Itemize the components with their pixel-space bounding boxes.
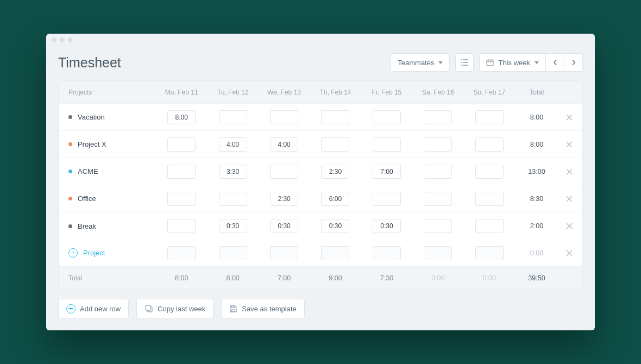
row-total: 8:00 [515, 141, 558, 148]
time-input[interactable] [219, 137, 247, 152]
copy-icon [144, 304, 153, 313]
footer-total-label: Total [61, 274, 156, 282]
time-input[interactable] [219, 192, 247, 206]
save-as-template-button[interactable]: Save as template [221, 299, 304, 318]
time-input[interactable] [219, 110, 247, 124]
project-cell: Office [61, 194, 156, 203]
project-name: Vacation [78, 113, 105, 121]
project-cell: Break [61, 222, 156, 230]
table-header-row: Projects Mo, Feb 11 Tu, Feb 12 We, Feb 1… [59, 81, 582, 104]
copy-last-week-button[interactable]: Copy last week [136, 299, 213, 318]
caret-down-icon [535, 61, 539, 64]
time-input[interactable] [321, 192, 349, 206]
time-input[interactable] [475, 165, 504, 179]
window-chrome-dots [46, 34, 595, 46]
teammates-dropdown[interactable]: Teammates [391, 53, 450, 72]
time-input[interactable] [475, 219, 504, 233]
caret-down-icon [438, 61, 443, 64]
project-color-dot [68, 115, 72, 119]
time-input[interactable] [167, 165, 196, 179]
time-input[interactable] [475, 246, 504, 260]
time-input[interactable] [167, 192, 196, 206]
footer-day-total: 0:00 [412, 274, 463, 282]
col-header-projects: Projects [61, 89, 156, 96]
add-new-row-button[interactable]: Add new row [58, 299, 129, 318]
time-input[interactable] [167, 246, 196, 260]
time-input[interactable] [219, 219, 247, 233]
next-week-button[interactable] [564, 53, 583, 72]
time-input[interactable] [270, 110, 298, 124]
teammates-label: Teammates [398, 59, 434, 67]
delete-row-button[interactable] [558, 250, 580, 256]
delete-row-button[interactable] [558, 196, 580, 202]
time-input[interactable] [373, 192, 401, 206]
save-as-template-label: Save as template [242, 305, 296, 313]
time-input[interactable] [424, 246, 452, 260]
time-input[interactable] [373, 246, 401, 260]
col-header-day: Sa, Feb 16 [412, 89, 463, 96]
col-header-total: Total [515, 89, 558, 96]
time-input[interactable] [167, 137, 196, 152]
time-input[interactable] [373, 137, 401, 152]
page-title: Timesheet [58, 55, 121, 71]
time-input[interactable] [321, 219, 349, 233]
chevron-left-icon [553, 59, 557, 66]
table-row: Office8:30 [59, 185, 582, 212]
table-footer-row: Total 8:00 8:00 7:00 9:00 7:30 0:00 0:00… [59, 267, 582, 290]
time-input[interactable] [167, 110, 196, 124]
time-input[interactable] [219, 165, 247, 179]
plus-circle-icon [66, 304, 76, 313]
project-color-dot [68, 224, 72, 228]
time-input[interactable] [270, 137, 298, 152]
time-input[interactable] [373, 219, 401, 233]
time-input[interactable] [219, 246, 247, 260]
chevron-right-icon [571, 59, 576, 66]
delete-row-button[interactable] [558, 141, 580, 148]
col-header-day: We, Feb 13 [259, 89, 310, 96]
project-color-dot [68, 197, 72, 200]
time-input[interactable] [373, 110, 401, 124]
time-input[interactable] [321, 110, 349, 124]
time-input[interactable] [475, 110, 504, 124]
time-input[interactable] [321, 246, 349, 260]
time-input[interactable] [424, 165, 452, 179]
time-input[interactable] [270, 192, 298, 206]
time-input[interactable] [321, 137, 349, 152]
header-toolbar: Teammates [391, 53, 583, 72]
time-input[interactable] [424, 137, 452, 152]
footer-day-total: 8:00 [207, 274, 258, 282]
time-input[interactable] [321, 165, 349, 179]
delete-row-button[interactable] [558, 114, 580, 121]
project-name: Office [78, 194, 96, 203]
delete-row-button[interactable] [558, 168, 580, 175]
prev-week-button[interactable] [546, 53, 564, 72]
time-input[interactable] [475, 192, 504, 206]
col-header-day: Th, Feb 14 [310, 89, 361, 96]
time-input[interactable] [270, 165, 298, 179]
time-input[interactable] [475, 137, 504, 152]
time-input[interactable] [424, 110, 452, 124]
time-input[interactable] [270, 219, 298, 233]
time-input[interactable] [373, 165, 401, 179]
time-input[interactable] [167, 219, 196, 233]
time-input[interactable] [424, 219, 452, 233]
project-name: Project X [78, 140, 106, 148]
time-input[interactable] [270, 246, 298, 260]
add-project-button[interactable]: Project [61, 248, 156, 258]
time-input[interactable] [424, 192, 452, 206]
plus-circle-icon [68, 248, 78, 258]
table-row: Project X8:00 [59, 131, 582, 158]
row-total: 2:00 [515, 222, 558, 230]
add-new-row-label: Add new row [80, 305, 121, 313]
svg-rect-24 [232, 310, 235, 312]
svg-rect-23 [146, 305, 150, 310]
project-cell: Vacation [61, 113, 156, 121]
table-row: Vacation8:00 [59, 104, 582, 131]
delete-row-button[interactable] [558, 223, 580, 229]
row-total: 8:00 [515, 114, 558, 121]
col-header-day: Mo, Feb 11 [156, 89, 207, 96]
grand-total: 39:50 [515, 274, 558, 282]
footer-day-total: 0:00 [464, 274, 515, 282]
week-picker-dropdown[interactable]: This week [479, 53, 546, 72]
list-view-toggle[interactable] [455, 53, 474, 72]
